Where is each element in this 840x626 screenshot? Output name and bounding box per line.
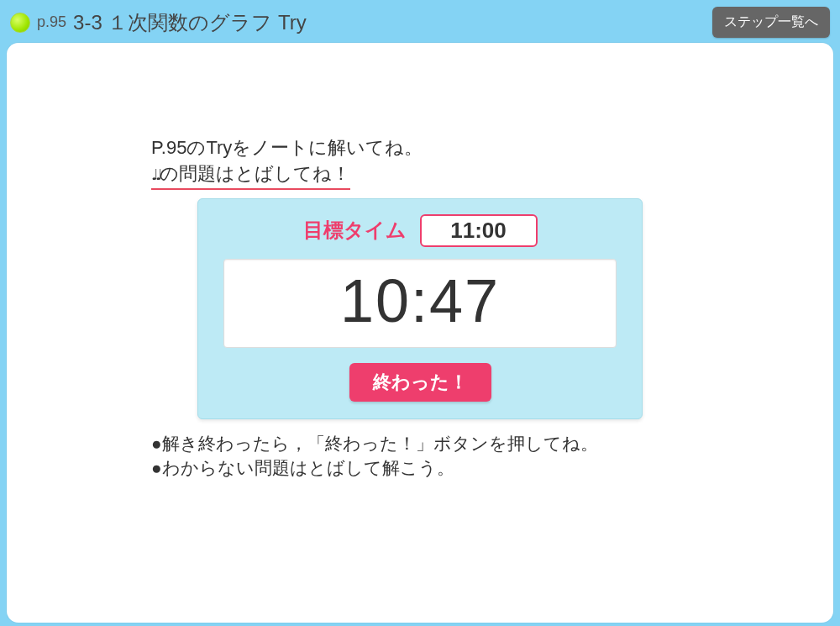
header: p.95 3-3 １次関数のグラフ Try ステップ一覧へ <box>7 7 833 43</box>
page-ref: p.95 <box>37 13 66 31</box>
footnotes: ●解き終わったら，「終わった！」ボタンを押してね。 ●わからない問題はとばして解… <box>151 431 689 481</box>
instruction-skip: ♩♩の問題はとばしてね！ <box>151 161 350 190</box>
instruction-line2: の問題はとばしてね！ <box>160 163 350 184</box>
page-title: 3-3 １次関数のグラフ Try <box>73 9 307 36</box>
done-button[interactable]: 終わった！ <box>349 363 491 402</box>
main-card: P.95のTryをノートに解いてね。 ♩♩の問題はとばしてね！ 目標タイム 11… <box>7 43 833 623</box>
target-time-value: 11:00 <box>420 214 538 247</box>
instruction-line1: P.95のTryをノートに解いてね。 <box>151 135 689 161</box>
footnote-line2: ●わからない問題はとばして解こう。 <box>151 455 689 480</box>
content: P.95のTryをノートに解いてね。 ♩♩の問題はとばしてね！ 目標タイム 11… <box>151 135 689 480</box>
timer-panel: 目標タイム 11:00 10:47 終わった！ <box>197 198 643 419</box>
header-left: p.95 3-3 １次関数のグラフ Try <box>10 9 307 36</box>
music-note-icon: ♩♩ <box>151 166 160 183</box>
footnote-line1: ●解き終わったら，「終わった！」ボタンを押してね。 <box>151 431 689 455</box>
step-list-button[interactable]: ステップ一覧へ <box>712 7 830 38</box>
elapsed-time-box: 10:47 <box>223 259 617 348</box>
status-dot-icon <box>10 13 30 33</box>
target-time-label: 目標タイム <box>303 217 407 244</box>
instruction-text: P.95のTryをノートに解いてね。 ♩♩の問題はとばしてね！ <box>151 135 689 190</box>
target-row: 目標タイム 11:00 <box>223 214 617 247</box>
elapsed-time-value: 10:47 <box>258 266 582 335</box>
